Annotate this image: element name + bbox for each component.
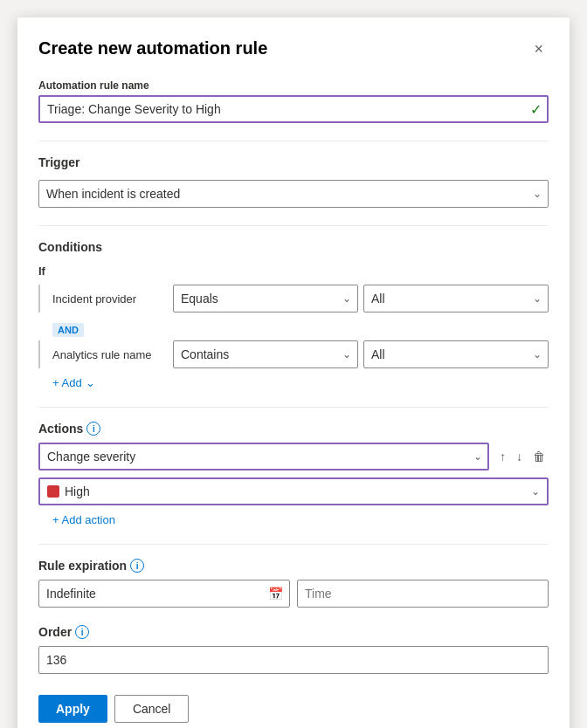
trigger-section: Trigger When incident is created When in…	[38, 155, 549, 208]
actions-label: Actions	[38, 422, 83, 436]
severity-select-wrapper: High ⌄	[38, 477, 549, 505]
action-delete-button[interactable]: 🗑	[529, 446, 549, 467]
dialog-title: Create new automation rule	[38, 38, 267, 58]
action-move-down-button[interactable]: ↓	[513, 446, 526, 467]
add-condition-chevron-icon: ⌄	[86, 376, 95, 389]
severity-select-inner: High ⌄	[38, 477, 549, 505]
severity-value-label: High	[65, 484, 519, 498]
add-action-button[interactable]: + Add action	[52, 513, 115, 526]
condition-1-selects: Equals Contains Does not equal ⌄ All ⌄	[173, 285, 549, 312]
severity-row: High ⌄	[38, 477, 549, 505]
order-label-row: Order i	[38, 625, 549, 639]
dialog-container: Create new automation rule × Automation …	[17, 17, 570, 728]
condition-2-value-wrapper: All ⌄	[363, 340, 549, 368]
condition-row-1: Incident provider Equals Contains Does n…	[38, 285, 549, 312]
cancel-button[interactable]: Cancel	[114, 695, 190, 723]
expiration-date-wrapper: 📅	[38, 580, 290, 608]
action-icons: ↑ ↓ 🗑	[496, 446, 549, 467]
expiration-date-input[interactable]	[38, 580, 290, 608]
condition-1-field-label: Incident provider	[52, 292, 166, 306]
rule-expiration-label-row: Rule expiration i	[38, 559, 549, 573]
severity-arrow-icon: ⌄	[531, 485, 540, 498]
condition-1-value-wrapper: All ⌄	[363, 285, 549, 312]
trigger-select-wrapper: When incident is created When incident i…	[38, 180, 549, 208]
action-type-select[interactable]: Change severity Assign owner Change stat…	[38, 443, 489, 470]
automation-rule-name-section: Automation rule name ✓	[38, 79, 549, 123]
condition-2-operator-wrapper: Contains Equals Does not contain ⌄	[173, 340, 358, 368]
move-down-icon: ↓	[516, 450, 522, 464]
delete-icon: 🗑	[533, 450, 545, 464]
rule-expiration-section: Rule expiration i 📅	[38, 559, 549, 608]
action-select-wrapper: Change severity Assign owner Change stat…	[38, 443, 489, 470]
condition-2-operator-select[interactable]: Contains Equals Does not contain	[173, 340, 358, 368]
trigger-select[interactable]: When incident is created When incident i…	[38, 180, 549, 208]
expiration-time-input[interactable]	[297, 580, 549, 608]
dialog-header: Create new automation rule ×	[38, 38, 549, 58]
conditions-label: Conditions	[38, 240, 549, 254]
action-move-up-button[interactable]: ↑	[496, 446, 509, 467]
move-up-icon: ↑	[500, 450, 506, 464]
divider-1	[38, 141, 549, 141]
actions-section: Actions i Change severity Assign owner C…	[38, 422, 549, 526]
conditions-section: Conditions If Incident provider Equals C…	[38, 240, 549, 389]
apply-button[interactable]: Apply	[38, 695, 107, 723]
expiration-time-wrapper	[297, 580, 549, 608]
add-action-label: + Add action	[52, 513, 115, 526]
conditions-if-label: If	[38, 264, 549, 278]
add-condition-label: + Add	[52, 376, 82, 389]
actions-info-icon: i	[86, 422, 100, 436]
divider-3	[38, 407, 549, 408]
footer-buttons: Apply Cancel	[38, 695, 549, 723]
divider-4	[38, 544, 549, 545]
order-section: Order i	[38, 625, 549, 674]
order-label: Order	[38, 625, 72, 639]
rule-expiration-label: Rule expiration	[38, 559, 127, 573]
rule-expiration-row: 📅	[38, 580, 549, 608]
order-info-icon: i	[75, 625, 89, 639]
automation-rule-name-field-wrapper: ✓	[38, 95, 549, 123]
actions-label-row: Actions i	[38, 422, 549, 436]
close-button[interactable]: ×	[528, 39, 549, 58]
trigger-label: Trigger	[38, 155, 549, 169]
condition-1-operator-select[interactable]: Equals Contains Does not equal	[173, 285, 358, 312]
automation-rule-name-input[interactable]	[38, 95, 549, 123]
rule-expiration-info-icon: i	[130, 559, 144, 573]
condition-row-2: Analytics rule name Contains Equals Does…	[38, 340, 549, 368]
automation-rule-name-label: Automation rule name	[38, 79, 549, 92]
and-badge: AND	[52, 323, 84, 337]
condition-2-selects: Contains Equals Does not contain ⌄ All ⌄	[173, 340, 549, 368]
order-input[interactable]	[38, 646, 549, 674]
condition-1-operator-wrapper: Equals Contains Does not equal ⌄	[173, 285, 358, 312]
condition-1-value-select[interactable]: All	[363, 285, 549, 312]
add-condition-button[interactable]: + Add ⌄	[52, 376, 95, 389]
divider-2	[38, 225, 549, 226]
condition-2-value-select[interactable]: All	[363, 340, 549, 368]
action-row: Change severity Assign owner Change stat…	[38, 443, 549, 470]
condition-2-field-label: Analytics rule name	[52, 348, 166, 361]
severity-indicator-icon	[47, 485, 59, 498]
